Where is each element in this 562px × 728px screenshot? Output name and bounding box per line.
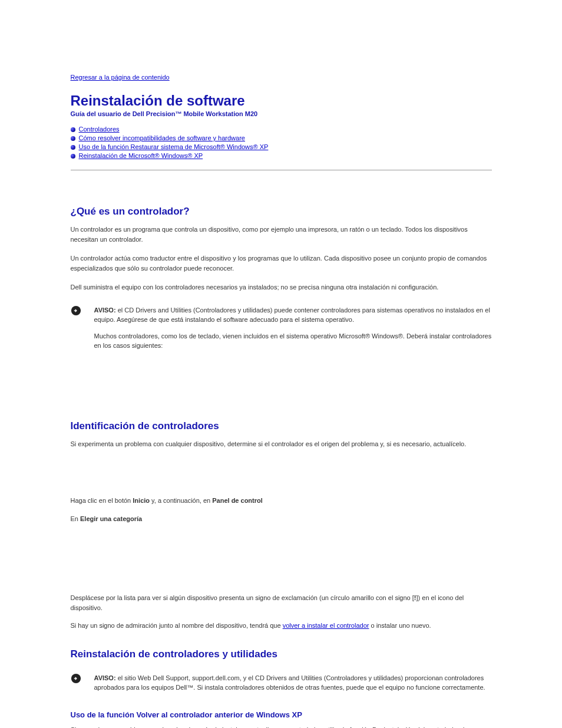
step: Haga clic en el botón Inicio y, a contin…: [71, 496, 492, 506]
paragraph: Un controlador es un programa que contro…: [71, 225, 492, 244]
text: Desplácese por la lista para ver si algú…: [71, 594, 414, 601]
back-link[interactable]: Regresar a la página de contenido: [71, 74, 492, 81]
paragraph: Dell suministra el equipo con los contro…: [71, 282, 492, 292]
text: y, a continuación, en: [150, 497, 212, 504]
text: controlador.: [109, 236, 143, 243]
text-bold: Panel de control: [212, 497, 263, 504]
notice-label: AVISO:: [94, 674, 116, 681]
notice-body: AVISO: el sitio Web Dell Support, suppor…: [94, 673, 492, 693]
notice-icon: [71, 673, 87, 684]
whatis-heading: ¿Qué es un controlador?: [71, 206, 492, 218]
notice-label: AVISO:: [94, 307, 116, 314]
reinstall-driver-link[interactable]: volver a instalar el controlador: [283, 622, 369, 629]
nav-link-incompat[interactable]: Cómo resolver incompatibilidades de soft…: [79, 134, 245, 141]
step: Si hay un signo de admiración junto al n…: [71, 621, 492, 631]
paragraph: Un controlador actúa como traductor entr…: [71, 253, 492, 273]
paragraph: Muchos controladores, como los de teclad…: [94, 331, 492, 351]
step: En Elegir una categoría: [71, 514, 492, 524]
page-subtitle: Guía del usuario de Dell Precision™ Mobi…: [71, 110, 492, 117]
text: o instalar uno nuevo.: [369, 622, 431, 629]
notice-icon: [71, 305, 87, 316]
notice: AVISO: el sitio Web Dell Support, suppor…: [71, 673, 492, 693]
text: siguientes:: [132, 342, 163, 349]
notice-text: el CD Drivers and Utilities (Controlador…: [94, 307, 490, 324]
step: Desplácese por la lista para ver si algú…: [71, 593, 492, 612]
rollback-heading: Uso de la función Volver al controlador …: [71, 710, 492, 719]
paragraph: Si se produce un problema en el equipo d…: [71, 725, 492, 729]
notice-body: AVISO: el CD Drivers and Utilities (Cont…: [94, 305, 492, 325]
nav-link-restore[interactable]: Uso de la función Restaurar sistema de M…: [79, 143, 269, 150]
nav-link-drivers[interactable]: Controladores: [79, 126, 120, 133]
paragraph: Si experimenta un problema con cualquier…: [71, 439, 492, 449]
text: Haga clic en el botón: [71, 497, 133, 504]
text: Si hay un signo de admiración junto al n…: [71, 622, 283, 629]
content-nav: Controladores Cómo resolver incompatibil…: [71, 126, 492, 159]
divider: [71, 170, 492, 170]
ident-heading: Identificación de controladores: [71, 420, 492, 432]
text-bold: Inicio: [133, 497, 150, 504]
notice: AVISO: el CD Drivers and Utilities (Cont…: [71, 305, 492, 325]
text-bold: Elegir una categoría: [80, 515, 142, 522]
page-title: Reinstalación de software: [71, 93, 492, 109]
notice-text: el sitio Web Dell Support, support.dell.…: [94, 674, 485, 691]
text: En: [71, 515, 81, 522]
reinst-heading: Reinstalación de controladores y utilida…: [71, 648, 492, 660]
nav-link-reinstall[interactable]: Reinstalación de Microsoft® Windows® XP: [79, 152, 203, 159]
